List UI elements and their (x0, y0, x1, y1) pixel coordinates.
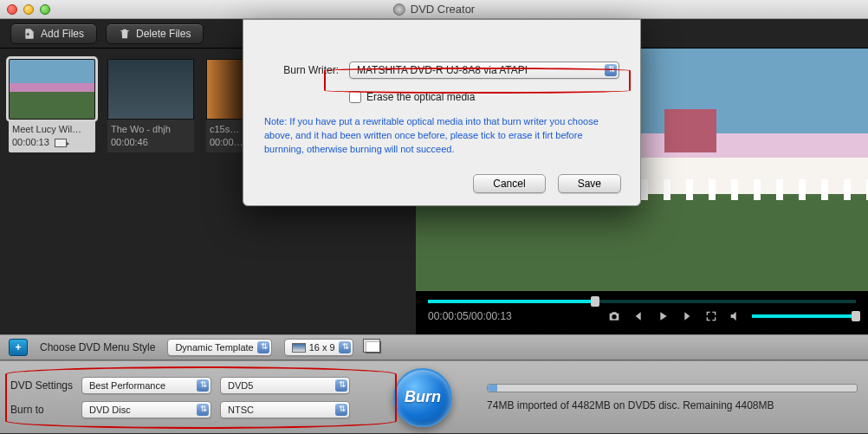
playback-controls: 00:00:05/00:00:13 (416, 303, 868, 334)
delete-files-label: Delete Files (136, 28, 191, 40)
burn-target-select[interactable]: DVD Disc (81, 401, 211, 418)
burn-writer-label: Burn Writer: (264, 64, 339, 76)
clip-duration: 00:00:46 (111, 136, 191, 149)
cancel-button[interactable]: Cancel (473, 174, 545, 193)
volume-slider[interactable] (752, 314, 856, 318)
seek-bar[interactable] (428, 300, 856, 303)
minimize-window-button[interactable] (23, 4, 34, 15)
fullscreen-button[interactable] (703, 308, 719, 324)
burn-to-label: Burn to (10, 404, 73, 416)
time-total: 00:00:13 (471, 310, 512, 322)
prev-button[interactable] (631, 308, 646, 324)
burn-button-label: Burn (405, 388, 441, 406)
clip-duration: 00:00:13 (12, 136, 49, 149)
dialog-note: Note: If you have put a rewritable optic… (264, 115, 611, 157)
delete-files-button[interactable]: Delete Files (106, 23, 204, 44)
erase-media-checkbox[interactable] (349, 91, 361, 103)
time-display: 00:00:05/00:00:13 (428, 310, 512, 322)
save-button[interactable]: Save (558, 174, 621, 193)
clip-thumbnail (206, 59, 244, 120)
disc-type-value: DVD5 (228, 380, 253, 391)
burn-writer-select[interactable]: MATSHITA DVD-R UJ-8A8 via ATAPI (349, 62, 619, 79)
delete-files-icon (119, 28, 131, 40)
erase-media-label: Erase the optical media (366, 91, 475, 103)
template-select-value: Dynamic Template (175, 342, 253, 353)
template-select[interactable]: Dynamic Template (167, 339, 271, 356)
clip-item[interactable]: The Wo - dhjh 00:00:46 (107, 59, 194, 152)
capacity-bar (487, 384, 858, 392)
add-files-icon (23, 28, 36, 40)
settings-grid: DVD Settings Best Performance DVD5 Burn … (10, 377, 350, 418)
snapshot-button[interactable] (606, 308, 622, 324)
burn-target-value: DVD Disc (89, 405, 131, 415)
window-title: DVD Creator (393, 3, 475, 16)
next-button[interactable] (679, 308, 695, 324)
status-text: 74MB imported of 4482MB on DVD5 disc. Re… (487, 399, 858, 411)
format-value: NTSC (228, 405, 254, 415)
clip-item[interactable]: c15s… 00:00… (206, 59, 244, 152)
volume-icon[interactable] (728, 308, 743, 324)
burn-button[interactable]: Burn (393, 368, 452, 427)
preview-menu-icon[interactable] (366, 341, 381, 353)
quality-select[interactable]: Best Performance (81, 377, 211, 394)
footer: DVD Settings Best Performance DVD5 Burn … (0, 360, 868, 433)
zoom-window-button[interactable] (40, 4, 50, 15)
clip-title: c15s… (210, 123, 241, 136)
time-current: 00:00:05 (428, 310, 469, 322)
dvd-settings-label: DVD Settings (10, 379, 73, 392)
app-icon (393, 3, 405, 16)
aspect-select-value: 16 x 9 (309, 342, 335, 353)
play-button[interactable] (655, 308, 670, 324)
titlebar: DVD Creator (0, 0, 868, 19)
clip-thumbnail (9, 59, 95, 120)
window-controls (7, 4, 50, 15)
menu-style-bar: + Choose DVD Menu Style Dynamic Template… (0, 334, 868, 360)
menu-style-label: Choose DVD Menu Style (40, 341, 155, 353)
status-panel: 74MB imported of 4482MB on DVD5 disc. Re… (470, 384, 858, 411)
burn-writer-value: MATSHITA DVD-R UJ-8A8 via ATAPI (357, 64, 528, 76)
add-menu-button[interactable]: + (9, 339, 28, 356)
burn-writer-dialog: Burn Writer: MATSHITA DVD-R UJ-8A8 via A… (243, 19, 641, 206)
disc-type-select[interactable]: DVD5 (220, 377, 350, 394)
clip-title: The Wo - dhjh (111, 123, 191, 136)
aspect-icon (292, 343, 306, 353)
quality-value: Best Performance (89, 380, 165, 391)
format-select[interactable]: NTSC (220, 401, 350, 418)
clip-item[interactable]: Meet Lucy Wil… 00:00:13 (9, 59, 95, 152)
edit-clip-icon[interactable] (55, 139, 67, 147)
clip-thumbnail (107, 59, 194, 120)
clip-duration: 00:00… (210, 136, 241, 149)
window-title-text: DVD Creator (411, 3, 475, 16)
close-window-button[interactable] (7, 4, 17, 15)
aspect-select[interactable]: 16 x 9 (284, 339, 353, 356)
add-files-label: Add Files (41, 28, 84, 40)
clip-title: Meet Lucy Wil… (12, 123, 92, 136)
add-files-button[interactable]: Add Files (10, 23, 97, 44)
